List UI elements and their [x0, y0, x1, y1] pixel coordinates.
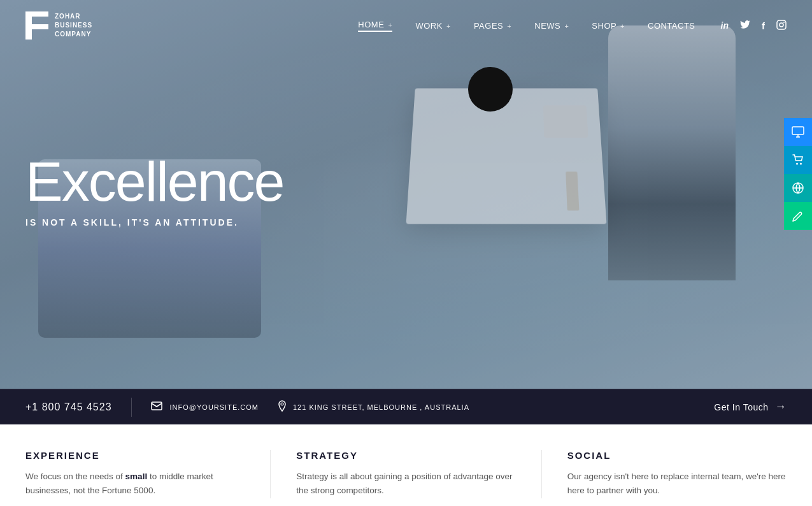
info-title-social: SOCIAL [567, 450, 787, 461]
contact-address-text: 121 KING STREET, MELBOURNE , AUSTRALIA [293, 403, 469, 411]
info-col-experience: EXPERIENCE We focus on the needs of smal… [25, 450, 270, 498]
hero-content: Excellence IS NOT A SKILL, IT'S AN ATTIT… [25, 154, 284, 228]
hero-title: Excellence [25, 154, 284, 210]
nav-work[interactable]: WORK + [415, 21, 451, 31]
svg-point-3 [780, 23, 783, 27]
svg-marker-1 [32, 24, 48, 29]
nav-news[interactable]: NEWS + [534, 21, 569, 31]
contact-bar: +1 800 745 4523 INFO@YOURSITE.COM 121 KI… [0, 389, 812, 424]
email-icon [151, 401, 162, 413]
svg-rect-9 [152, 402, 162, 410]
info-col-strategy: STRATEGY Strategy is all about gaining a… [270, 450, 541, 498]
info-title-strategy: STRATEGY [296, 450, 515, 461]
contact-email-text: INFO@YOURSITE.COM [170, 403, 259, 411]
info-col-social: SOCIAL Our agency isn't here to replace … [541, 450, 787, 498]
info-text-experience: We focus on the needs of small to middle… [25, 470, 245, 498]
lamp-visual [468, 67, 513, 112]
sidebar-btn-cart[interactable] [784, 146, 812, 174]
info-section: EXPERIENCE We focus on the needs of smal… [0, 424, 812, 506]
sidebar-float [784, 118, 812, 230]
info-title-experience: EXPERIENCE [25, 450, 245, 461]
hero-subtitle: IS NOT A SKILL, IT'S AN ATTITUDE. [25, 217, 284, 228]
nav-pages[interactable]: PAGES + [474, 21, 511, 31]
instagram-icon[interactable] [776, 20, 787, 32]
contact-email-wrap: INFO@YOURSITE.COM [151, 401, 259, 413]
nav-contacts[interactable]: CONTACTS [648, 21, 695, 31]
logo-icon [25, 11, 48, 40]
svg-rect-5 [792, 127, 804, 134]
info-text-social: Our agency isn't here to replace interna… [567, 470, 787, 498]
contact-phone: +1 800 745 4523 [25, 401, 112, 413]
sidebar-btn-globe[interactable] [784, 174, 812, 202]
facebook-icon[interactable]: f [762, 20, 765, 31]
pin-icon [278, 400, 287, 414]
contact-address-wrap: 121 KING STREET, MELBOURNE , AUSTRALIA [278, 400, 469, 414]
social-icons: in f [721, 20, 787, 32]
nav-home[interactable]: HOME + [358, 20, 392, 32]
header: ZOHAR BUSINESS COMPANY HOME + WORK + PAG… [0, 0, 812, 51]
sidebar-btn-monitor[interactable] [784, 118, 812, 146]
main-nav: HOME + WORK + PAGES + NEWS + SHOP + CONT… [358, 20, 695, 32]
nav-shop[interactable]: SHOP + [592, 21, 625, 31]
sidebar-btn-edit[interactable] [784, 202, 812, 230]
cta-arrow-icon: → [775, 400, 787, 414]
svg-rect-2 [777, 20, 786, 29]
hero-section: Excellence IS NOT A SKILL, IT'S AN ATTIT… [0, 0, 812, 389]
logo[interactable]: ZOHAR BUSINESS COMPANY [25, 11, 92, 40]
logo-text: ZOHAR BUSINESS COMPANY [55, 12, 92, 39]
svg-point-7 [800, 163, 802, 165]
contact-divider [131, 398, 132, 417]
svg-point-6 [796, 163, 798, 165]
twitter-icon[interactable] [740, 20, 750, 31]
linkedin-icon[interactable]: in [721, 20, 729, 31]
svg-point-10 [281, 403, 283, 405]
contact-cta[interactable]: Get In Touch → [714, 400, 787, 414]
info-text-strategy: Strategy is all about gaining a position… [296, 470, 515, 498]
svg-point-4 [783, 22, 785, 23]
